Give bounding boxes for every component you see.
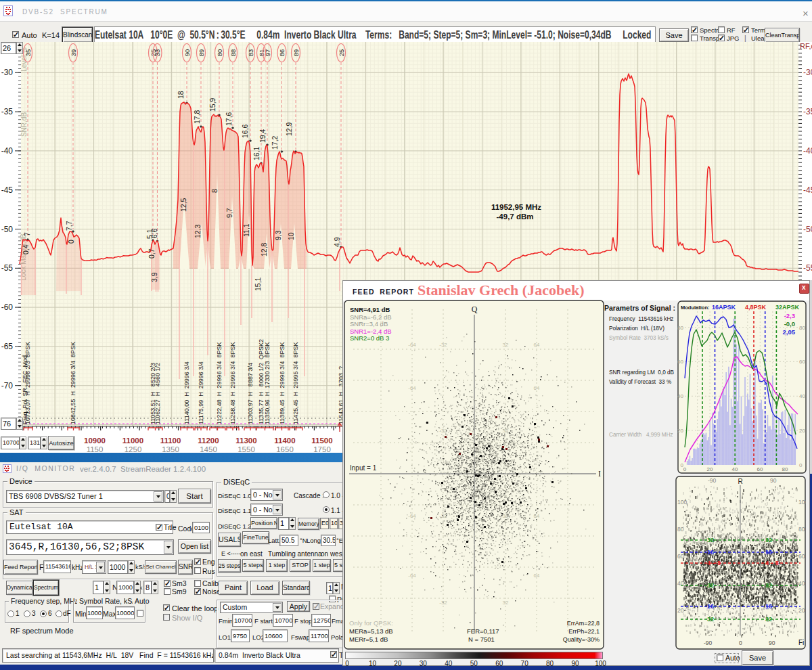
svg-text:32: 32 <box>765 616 772 623</box>
svg-text:Modulation:: Modulation: <box>681 305 710 311</box>
svg-text:11400: 11400 <box>274 437 295 445</box>
svg-text:64: 64 <box>534 342 540 348</box>
svg-text:16: 16 <box>707 549 714 556</box>
svg-text:SNRa=-6,2 dB: SNRa=-6,2 dB <box>350 313 392 321</box>
svg-text:-35: -35 <box>1 107 14 116</box>
svg-text:12,3: 12,3 <box>194 224 202 238</box>
svg-text:32: 32 <box>503 600 509 606</box>
svg-text:11300: 11300 <box>235 437 256 445</box>
svg-text:SNR,dB: SNR,dB <box>20 112 28 137</box>
svg-text:-32: -32 <box>439 342 447 348</box>
svg-text:11425,45 H 29995 3/4 8PSK: 11425,45 H 29995 3/4 8PSK <box>292 342 299 424</box>
svg-text:20: 20 <box>677 607 684 614</box>
svg-text:MERa=5,13 dB: MERa=5,13 dB <box>349 627 393 635</box>
svg-text:83: 83 <box>247 49 254 57</box>
svg-text:-40: -40 <box>803 146 812 156</box>
svg-text:Quality=-30%: Quality=-30% <box>563 636 600 643</box>
svg-text:80: 80 <box>677 526 684 533</box>
svg-text:64: 64 <box>534 513 540 519</box>
svg-text:11,1: 11,1 <box>242 223 250 237</box>
svg-text:11258,48 H 29996 3/4 8PSK: 11258,48 H 29996 3/4 8PSK <box>229 342 236 424</box>
svg-text:60: 60 <box>799 359 805 365</box>
svg-text:-49,7 dBm: -49,7 dBm <box>497 213 534 221</box>
svg-text:90: 90 <box>769 640 775 646</box>
svg-text:40: 40 <box>798 580 805 587</box>
svg-text:11952,95 MHz: 11952,95 MHz <box>491 203 541 211</box>
svg-text:-64: -64 <box>408 342 416 348</box>
svg-text:-0,0: -0,0 <box>784 320 795 328</box>
svg-text:40: 40 <box>677 580 684 587</box>
svg-text:18: 18 <box>177 91 185 99</box>
svg-text:17,8: 17,8 <box>193 110 201 124</box>
svg-text:I: I <box>598 469 601 478</box>
svg-text:17,2: 17,2 <box>271 135 279 150</box>
svg-text:-64: -64 <box>408 513 416 519</box>
svg-text:80: 80 <box>799 325 805 331</box>
svg-text:32APSK: 32APSK <box>775 304 800 311</box>
svg-text:32: 32 <box>765 537 772 543</box>
svg-text:-65: -65 <box>1 342 14 351</box>
svg-text:60: 60 <box>677 553 684 560</box>
svg-text:16,1: 16,1 <box>252 146 261 160</box>
svg-text:-55: -55 <box>803 263 812 273</box>
svg-text:32: 32 <box>503 342 509 348</box>
svg-text:60: 60 <box>798 553 805 560</box>
svg-text:90: 90 <box>770 477 777 484</box>
svg-text:-45: -45 <box>1 185 14 195</box>
svg-text:Q: Q <box>472 305 478 314</box>
svg-text:80: 80 <box>798 526 805 533</box>
svg-text:80: 80 <box>782 466 788 472</box>
svg-text:0: 0 <box>67 240 75 244</box>
svg-text:ErrPh=22,1: ErrPh=22,1 <box>568 628 600 635</box>
svg-text:16: 16 <box>707 603 714 610</box>
svg-text:90: 90 <box>183 49 191 57</box>
svg-text:-2,3: -2,3 <box>784 312 795 319</box>
svg-text:20: 20 <box>707 466 713 472</box>
svg-text:3,9: 3,9 <box>150 272 158 282</box>
svg-text:11062,27 H 4560 1/2: 11062,27 H 4560 1/2 <box>154 363 161 424</box>
svg-text:SNRr=3,4 dB: SNRr=3,4 dB <box>350 320 388 328</box>
svg-text:SNR2=0 dB 3: SNR2=0 dB 3 <box>350 334 389 342</box>
svg-text:32: 32 <box>707 582 714 589</box>
svg-text:32: 32 <box>707 537 714 543</box>
svg-text:-50: -50 <box>803 225 812 234</box>
svg-text:40: 40 <box>677 393 683 399</box>
svg-text:2,05: 2,05 <box>783 328 796 336</box>
svg-text:20: 20 <box>677 428 683 434</box>
svg-text:-90: -90 <box>704 640 713 646</box>
svg-text:-30: -30 <box>803 68 812 77</box>
svg-text:12,8: 12,8 <box>260 242 268 256</box>
svg-text:39: 39 <box>70 49 77 57</box>
svg-text:16APSK: 16APSK <box>712 304 736 311</box>
svg-text:32: 32 <box>765 582 772 589</box>
svg-text:11222,48 H 29996 3/4 8PSK: 11222,48 H 29996 3/4 8PSK <box>216 342 223 424</box>
svg-text:11500: 11500 <box>311 437 332 445</box>
svg-text:10723,07 H 29996 2/3 8PSK: 10723,07 H 29996 2/3 8PSK <box>24 342 31 424</box>
svg-text:100: 100 <box>798 499 806 506</box>
svg-text:Fi: Fi <box>798 639 804 646</box>
svg-text:ErrAm=22,8: ErrAm=22,8 <box>567 620 600 627</box>
svg-text:6,6: 6,6 <box>150 228 158 238</box>
svg-text:-50: -50 <box>1 225 14 234</box>
svg-text:MERr=5,1 dB: MERr=5,1 dB <box>349 635 388 643</box>
svg-text:15,1: 15,1 <box>254 277 262 291</box>
svg-text:64: 64 <box>534 385 540 391</box>
svg-text:-30: -30 <box>1 68 14 77</box>
svg-text:64: 64 <box>534 573 540 579</box>
svg-text:11175,99 H 29996 3/4: 11175,99 H 29996 3/4 <box>198 361 204 424</box>
svg-text:7: 7 <box>23 232 31 236</box>
svg-text:0: 0 <box>739 640 742 646</box>
svg-text:60: 60 <box>677 359 683 365</box>
svg-text:25: 25 <box>338 49 345 57</box>
svg-text:11000: 11000 <box>122 437 143 445</box>
svg-text:88: 88 <box>229 49 237 57</box>
svg-text:RF,d: RF,d <box>800 42 812 50</box>
svg-text:0: 0 <box>683 466 687 472</box>
svg-text:Input = 1: Input = 1 <box>350 464 377 472</box>
svg-text:35: 35 <box>24 49 32 57</box>
svg-text:0,4: 0,4 <box>22 244 30 254</box>
svg-text:20: 20 <box>798 607 805 614</box>
svg-text:4 – 8: 4 – 8 <box>707 560 721 566</box>
svg-text:-70: -70 <box>1 381 14 390</box>
svg-text:100: 100 <box>677 499 687 506</box>
